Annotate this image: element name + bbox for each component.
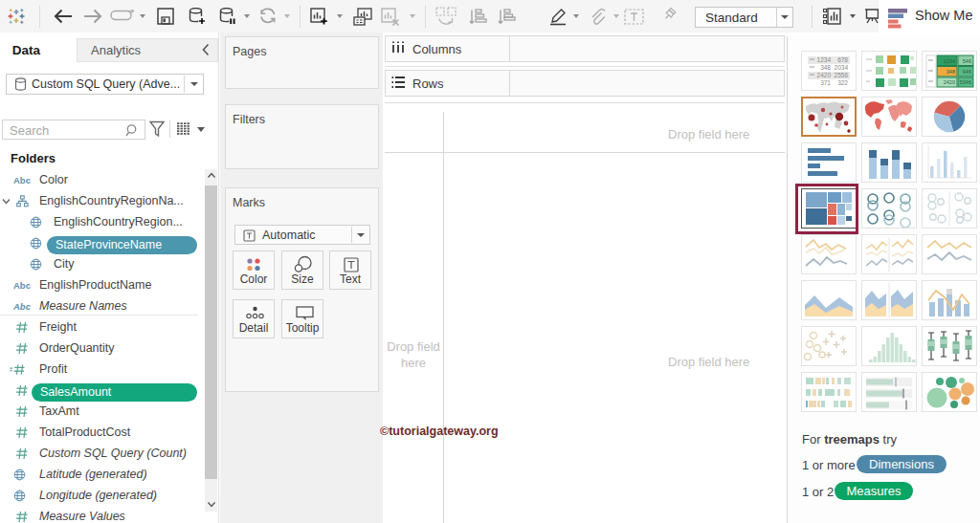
svg-text:2420: 2420 [943, 79, 954, 85]
svg-text:946: 946 [962, 69, 970, 75]
svg-text:678: 678 [837, 56, 848, 63]
svg-text:2420: 2420 [816, 72, 831, 78]
svg-text:322: 322 [837, 79, 848, 86]
svg-text:371: 371 [820, 79, 831, 86]
svg-text:5346: 5346 [959, 79, 970, 85]
svg-text:348: 348 [946, 69, 954, 75]
svg-text:348: 348 [820, 64, 831, 71]
svg-text:2034: 2034 [834, 64, 848, 71]
svg-text:1234: 1234 [943, 58, 954, 64]
svg-text:2556: 2556 [834, 72, 848, 78]
svg-text:546: 546 [962, 58, 970, 64]
svg-text:1234: 1234 [816, 56, 831, 63]
